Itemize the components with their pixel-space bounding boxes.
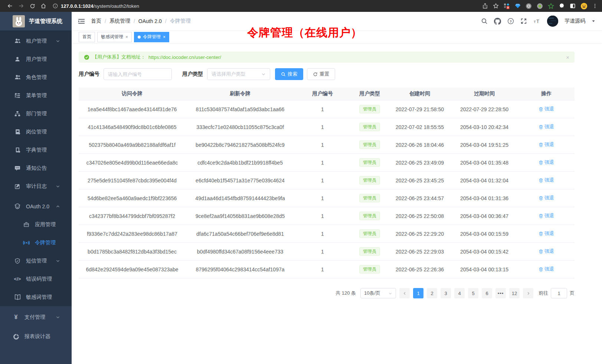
fullscreen-icon[interactable] [520,18,527,24]
sidebar-item-oauth[interactable]: OAuth 2.0 [0,197,72,215]
breadcrumb-separator: / [165,18,167,24]
address-bar[interactable]: 127.0.0.1:1024/system/oauth2/token [53,3,482,9]
tag-view-tab[interactable]: 敏感词管理× [97,32,132,42]
force-logout-button[interactable]: 强退 [539,230,554,237]
search-button[interactable]: 搜索 [275,68,303,80]
tag-view-tab[interactable]: 令牌管理× [134,32,169,42]
sidebar-item-dict[interactable]: 字典管理 [0,141,72,159]
url-path: /system/oauth2/token [93,3,139,9]
goto-label: 前往 [539,290,548,297]
breadcrumb-item[interactable]: OAuth 2.0 [138,18,162,24]
prev-page-button[interactable] [399,288,410,298]
share-icon[interactable] [482,3,488,9]
sidebar-item-menu[interactable]: 菜单管理 [0,86,72,105]
profile-avatar-icon[interactable] [580,3,588,10]
force-logout-button[interactable]: 强退 [539,106,554,112]
search-icon[interactable] [481,18,488,24]
tag-view-tab[interactable]: 首页 [79,32,95,42]
sidebar-item-tenant[interactable]: 租户管理 [0,32,72,50]
breadcrumb-item[interactable]: 系统管理 [109,18,130,24]
page-button[interactable]: 3 [441,288,451,298]
sidebar-item-pay[interactable]: ¥支付管理 [0,308,72,327]
site-info-icon[interactable] [53,3,58,9]
sidebar-item-notice[interactable]: 通知公告 [0,159,72,177]
create-time-cell: 2022-06-25 23:49:09 [389,154,451,172]
force-logout-button[interactable]: 强退 [539,141,554,148]
caret-down-icon[interactable] [592,19,595,23]
puzzle-extensions-icon[interactable] [559,3,565,9]
user-type-cell: 管理员 [350,243,389,261]
sidebar-item-report[interactable]: 报表设计器 [0,327,72,346]
force-logout-button[interactable]: 强退 [539,177,554,183]
page-button[interactable]: 5 [468,288,478,298]
column-header: 创建时间 [389,87,451,100]
doc-link[interactable]: https://doc.iocoder.cn/user-center/ [148,54,221,60]
force-logout-button[interactable]: 强退 [539,266,554,272]
sidebar-item-user[interactable]: 用户管理 [0,50,72,68]
table-row: b0d1785bc3a8482f812db4a3f3bd15ecb0df4980… [79,243,575,261]
goto-page-input[interactable] [551,288,567,298]
collapse-sidebar-icon[interactable] [78,18,85,25]
page-button[interactable]: 1 [413,288,423,298]
reset-button-label: 重置 [320,71,329,77]
sidebar-item-dept[interactable]: 部门管理 [0,105,72,123]
force-logout-label: 强退 [544,266,554,272]
next-page-button[interactable] [523,288,533,298]
extension-star-icon[interactable] [548,3,554,9]
user-id-input[interactable] [104,68,172,80]
reload-icon[interactable] [27,1,38,11]
sidebar-item-sms[interactable]: 短信管理 [0,252,72,270]
table-row: 54d6be82ee5a460a9aedc1f9bf22365649d1aa46… [79,189,575,207]
tab-close-icon[interactable]: × [125,34,128,40]
extension-grid-icon[interactable]: 9 [504,3,510,9]
page-button[interactable]: 6 [482,288,492,298]
force-logout-button[interactable]: 强退 [539,195,554,201]
expire-time-cell: 2054-03-04 00:36:47 [451,207,518,225]
sidebar-item-post[interactable]: 岗位管理 [0,123,72,141]
forward-icon[interactable] [16,1,27,11]
github-icon[interactable] [494,18,501,25]
side-panel-icon[interactable] [570,3,576,9]
create-time-cell: 2022-06-26 18:04:46 [389,136,451,154]
sidebar-item-label: 租户管理 [26,38,47,44]
logo-bar[interactable]: 芋道管理系统 [0,12,72,30]
sidebar-item-sensitive[interactable]: 敏感词管理 [0,288,72,306]
home-icon[interactable] [38,1,49,11]
force-logout-button[interactable]: 强退 [539,123,554,130]
extension-gem-icon[interactable] [515,3,521,9]
back-icon[interactable] [4,1,16,11]
user-avatar[interactable] [547,16,558,27]
force-logout-button[interactable]: 强退 [539,248,554,255]
page-button[interactable]: 12 [509,288,520,298]
extension-circle-icon[interactable] [526,3,532,9]
refresh-token-cell: b0df4980ffd34c67a08f9156e4eee733 [186,243,295,261]
trash-icon [539,142,543,147]
force-logout-button[interactable]: 强退 [539,159,554,166]
sidebar-item-token[interactable]: 令牌管理 [0,234,72,252]
trash-icon [539,125,543,129]
sidebar-item-errcode[interactable]: </>错误码管理 [0,270,72,288]
bookmark-star-icon[interactable] [493,3,499,9]
extension-dot-icon[interactable] [537,3,543,9]
refresh-token-cell: 49d1aa46d1454fbd87591444423be9fa [186,189,295,207]
tab-close-icon[interactable]: × [163,34,166,40]
table-row: c342377bf8b344799dcbf7bf095287f29ce8ef2a… [79,207,575,225]
sidebar-item-app[interactable]: 应用管理 [0,215,72,234]
help-icon[interactable]: ? [507,18,514,24]
sidebar-item-role[interactable]: 角色管理 [0,68,72,86]
user-name[interactable]: 芋道源码 [565,18,585,24]
alert-close-icon[interactable]: × [566,54,569,60]
user-type-badge: 管理员 [359,212,380,220]
breadcrumb-item[interactable]: 首页 [91,18,101,24]
font-size-icon[interactable]: TT [533,18,541,24]
refresh-icon [313,72,318,77]
user-type-select[interactable]: 请选择用户类型 [207,68,270,80]
more-pages-button[interactable]: ••• [495,288,506,298]
force-logout-button[interactable]: 强退 [539,212,554,219]
browser-menu-icon[interactable] [592,3,598,9]
page-button[interactable]: 2 [427,288,437,298]
page-size-select[interactable]: 10条/页 [360,288,396,298]
reset-button[interactable]: 重置 [307,68,335,80]
page-button[interactable]: 4 [454,288,465,298]
sidebar-item-audit[interactable]: 审计日志 [0,177,72,195]
